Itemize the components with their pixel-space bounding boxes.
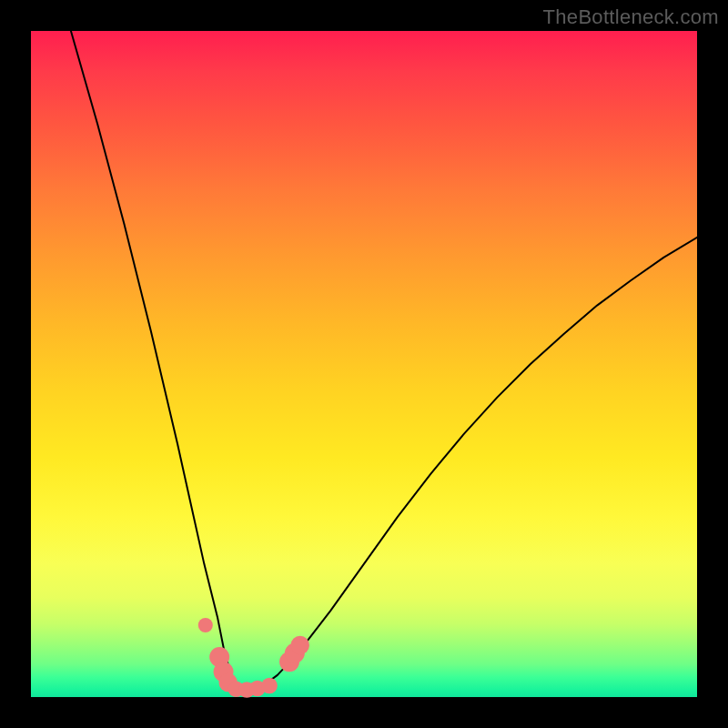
series-curve [71, 31, 697, 689]
watermark-text: TheBottleneck.com [543, 5, 719, 29]
chart-frame: TheBottleneck.com [0, 0, 728, 728]
marker-dots-0 [198, 618, 213, 632]
plot-area [31, 31, 697, 697]
chart-svg [31, 31, 697, 697]
marker-dots-7 [261, 678, 278, 694]
marker-dots-10 [290, 636, 309, 655]
